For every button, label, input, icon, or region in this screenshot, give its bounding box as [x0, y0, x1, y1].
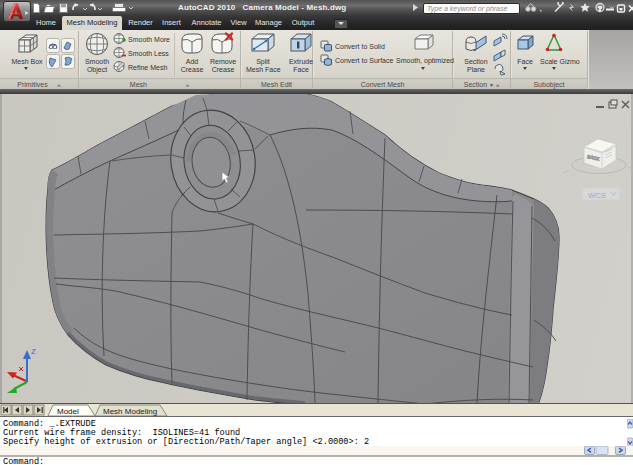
svg-text:Model: Model — [57, 407, 79, 416]
svg-text:?: ? — [598, 5, 602, 12]
svg-text:WCS: WCS — [588, 191, 606, 200]
svg-text:Mesh Modeling: Mesh Modeling — [103, 407, 157, 416]
svg-text:Z: Z — [31, 347, 36, 356]
